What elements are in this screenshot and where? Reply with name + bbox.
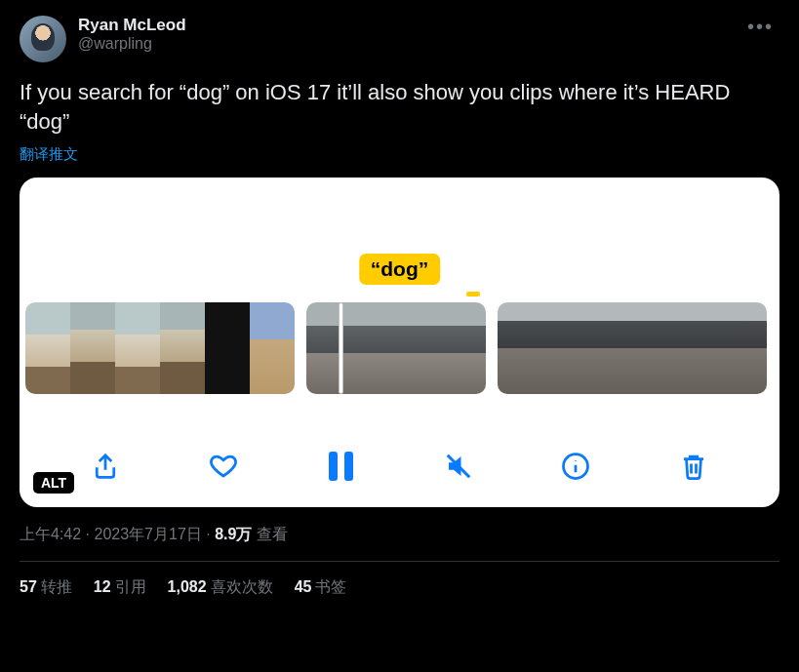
tweet-header: Ryan McLeod @warpling •••	[20, 16, 779, 62]
like-button[interactable]	[204, 447, 243, 486]
video-frame	[677, 302, 722, 394]
stats-row: 57转推 12引用 1,082喜欢次数 45书签	[20, 577, 779, 598]
media-card[interactable]: “dog”	[20, 178, 779, 507]
retweets-stat[interactable]: 57转推	[20, 577, 72, 598]
video-timeline[interactable]	[20, 302, 779, 394]
svg-point-2	[576, 460, 578, 462]
share-button[interactable]	[86, 447, 125, 486]
video-frame	[396, 302, 441, 394]
likes-stat[interactable]: 1,082喜欢次数	[168, 577, 273, 598]
clip-group[interactable]	[306, 302, 486, 394]
tweet-time[interactable]: 上午4:42	[20, 526, 81, 542]
clip-group[interactable]	[498, 302, 767, 394]
mute-button[interactable]	[439, 447, 478, 486]
video-frame	[722, 302, 767, 394]
video-frame	[498, 302, 542, 394]
playhead-line[interactable]	[339, 302, 343, 394]
playhead-marker	[466, 292, 480, 296]
tweet-date[interactable]: 2023年7月17日	[94, 526, 201, 542]
tweet-meta: 上午4:42 · 2023年7月17日 · 8.9万 查看	[20, 525, 779, 545]
video-frame	[160, 302, 205, 394]
delete-button[interactable]	[674, 447, 713, 486]
trash-icon	[679, 452, 708, 481]
video-frame	[632, 302, 677, 394]
pause-icon	[329, 452, 353, 481]
video-frame	[205, 302, 250, 394]
video-frame	[70, 302, 115, 394]
translate-link[interactable]: 翻译推文	[20, 145, 779, 164]
divider	[20, 561, 779, 562]
search-term-badge: “dog”	[359, 254, 440, 285]
user-handle: @warpling	[78, 35, 741, 53]
video-frame	[351, 302, 396, 394]
video-frame	[441, 302, 486, 394]
speaker-muted-icon	[444, 452, 473, 481]
video-frame	[250, 302, 295, 394]
video-frame	[25, 302, 70, 394]
display-name: Ryan McLeod	[78, 16, 741, 35]
media-toolbar	[20, 447, 779, 486]
bookmarks-stat[interactable]: 45书签	[295, 577, 347, 598]
quotes-stat[interactable]: 12引用	[94, 577, 146, 598]
clip-group[interactable]	[25, 302, 295, 394]
heart-icon	[209, 452, 238, 481]
alt-badge[interactable]: ALT	[33, 472, 74, 494]
video-frame	[587, 302, 632, 394]
share-icon	[91, 452, 120, 481]
tweet-container: Ryan McLeod @warpling ••• If you search …	[0, 0, 799, 613]
views-count: 8.9万	[215, 526, 252, 542]
views-label: 查看	[257, 526, 288, 542]
video-frame	[542, 302, 587, 394]
user-block[interactable]: Ryan McLeod @warpling	[78, 16, 741, 53]
avatar[interactable]	[20, 16, 66, 62]
video-frame	[306, 302, 351, 394]
pause-button[interactable]	[321, 447, 360, 486]
tweet-text: If you search for “dog” on iOS 17 it’ll …	[20, 78, 779, 136]
video-frame	[115, 302, 160, 394]
info-icon	[561, 452, 590, 481]
more-options-button[interactable]: •••	[741, 16, 779, 38]
info-button[interactable]	[556, 447, 595, 486]
